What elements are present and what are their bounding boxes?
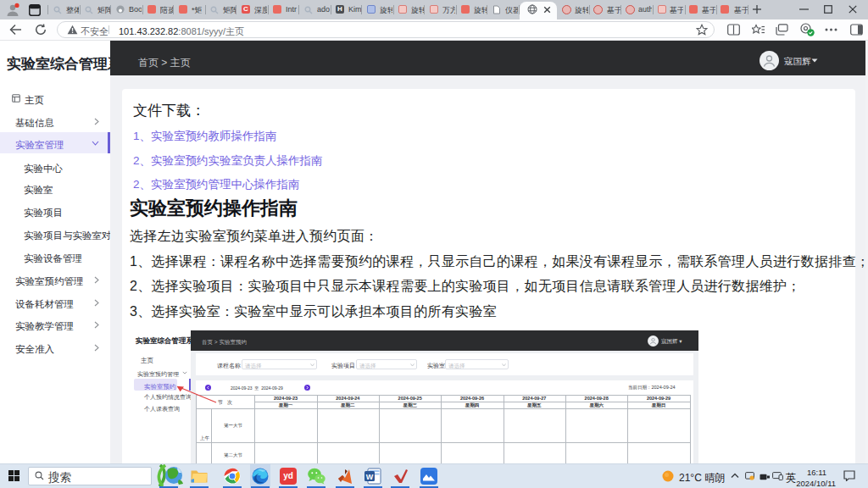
svg-text:W: W <box>366 473 374 481</box>
